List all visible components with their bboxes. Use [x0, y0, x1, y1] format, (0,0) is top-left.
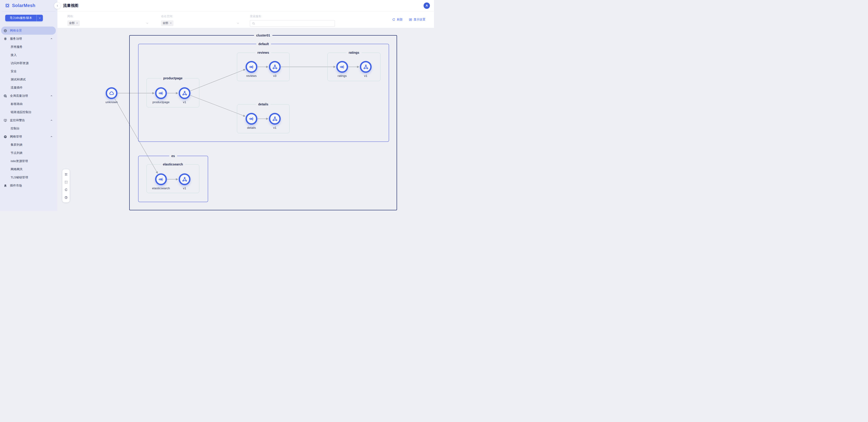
- chevron-down-icon: [146, 22, 149, 25]
- fullscreen-button[interactable]: [63, 179, 69, 185]
- chevron-up-icon: [50, 37, 53, 40]
- sidebar-item[interactable]: 链路追踪控制台: [1, 108, 56, 116]
- sidebar-item-label: 安全: [11, 69, 17, 73]
- sidebar-item[interactable]: TLS秘钥管理: [1, 173, 56, 182]
- graph-node-rv_svc[interactable]: [246, 61, 257, 73]
- sidebar-item[interactable]: 安全: [1, 67, 56, 75]
- sidebar-item-label: 流量插件: [11, 86, 23, 90]
- version-icon: [272, 116, 278, 122]
- fullscreen-icon: [64, 181, 68, 184]
- app-name: SolarMesh: [12, 3, 35, 8]
- sidebar-item-label: 控制台: [11, 126, 20, 131]
- sidebar-item[interactable]: 全局流量治理: [1, 92, 56, 100]
- sidebar-item[interactable]: ※服务治理: [1, 35, 56, 43]
- service-search-box[interactable]: [250, 20, 335, 27]
- sidebar-item[interactable]: SM网格管理: [1, 133, 56, 141]
- version-icon: [182, 90, 188, 96]
- refresh-button[interactable]: 刷新: [392, 18, 403, 22]
- sidebar-item[interactable]: istio资源管理: [1, 157, 56, 165]
- service-icon: [158, 90, 164, 96]
- sidebar-nav: 网格全景※服务治理所有服务接入访问外部资源安全测试和调试流量插件全局流量治理标签…: [0, 27, 57, 190]
- chevron-down-icon[interactable]: [37, 17, 43, 19]
- sidebar-item[interactable]: 接入: [1, 51, 56, 59]
- sidebar-item[interactable]: 所有服务: [1, 43, 56, 51]
- graph-box-label: productpage: [161, 76, 185, 80]
- graph-node-dt_v1[interactable]: [269, 113, 281, 125]
- namespace-filter-label: 命名空间:: [161, 14, 241, 19]
- import-k8s-button[interactable]: 导入k8s服务/版本: [5, 15, 43, 21]
- search-input[interactable]: [257, 22, 333, 25]
- refresh-label: 刷新: [397, 18, 403, 22]
- graph-node-dt_svc[interactable]: [246, 113, 257, 125]
- chevron-down-icon: [237, 22, 240, 25]
- graph-node-pp_v1[interactable]: [179, 87, 190, 99]
- graph-box-label: default: [256, 42, 271, 46]
- graph-node-rv_v3[interactable]: [269, 61, 281, 73]
- topology-icon: ※: [3, 37, 7, 41]
- graph-node-label: unknown: [89, 100, 134, 104]
- graph-node-es_v1[interactable]: [179, 173, 190, 185]
- graph-box-label: details: [256, 102, 271, 106]
- sidebar-item-label: 标签路由: [11, 102, 23, 106]
- cloud-icon: [108, 90, 115, 96]
- sidebar-item[interactable]: 访问外部资源: [1, 59, 56, 67]
- sidebar-item-label: 测试和调试: [11, 77, 26, 82]
- version-icon: [272, 64, 278, 70]
- puzzle-icon: [3, 184, 7, 188]
- namespace-tag-value: 全部: [162, 21, 168, 25]
- sidebar-item-label: 网格管理: [10, 135, 22, 139]
- namespace-tag: 全部 ✕: [161, 21, 174, 26]
- refresh-icon: [392, 18, 396, 21]
- sidebar-item[interactable]: 监控和警告: [1, 116, 56, 124]
- graph-box-label: elasticsearch: [160, 162, 185, 167]
- sidebar-item[interactable]: 集群列表: [1, 141, 56, 149]
- mesh-select[interactable]: 全部 ✕: [67, 20, 150, 26]
- traffic-graph-canvas[interactable]: cluster01defaultesreviewsratingsproductp…: [57, 28, 434, 211]
- sidebar-item[interactable]: 网格全景: [1, 27, 56, 35]
- graph-node-rt_v1[interactable]: [360, 61, 372, 73]
- sliders-icon: [409, 18, 412, 21]
- help-button[interactable]: [63, 195, 69, 200]
- expand-button[interactable]: [63, 171, 69, 177]
- sidebar: SolarMesh 导入k8s服务/版本 网格全景※服务治理所有服务接入访问外部…: [0, 0, 57, 211]
- graph-box-label: reviews: [255, 51, 271, 55]
- sidebar-item-label: 节点列表: [11, 151, 23, 155]
- remove-tag-icon[interactable]: ✕: [76, 22, 78, 25]
- globe-icon: [3, 29, 7, 33]
- graph-node-pp_svc[interactable]: [155, 87, 167, 99]
- reset-button[interactable]: [63, 187, 69, 192]
- sidebar-item-label: 接入: [11, 53, 17, 57]
- sidebar-collapse-button[interactable]: [54, 2, 61, 9]
- import-k8s-label: 导入k8s服务/版本: [5, 16, 36, 20]
- remove-tag-icon[interactable]: ✕: [169, 22, 172, 25]
- monitor-alert-icon: [3, 119, 7, 122]
- chevron-up-icon: [50, 119, 53, 122]
- sidebar-item-label: 集群列表: [11, 143, 23, 147]
- sm-badge-icon: SM: [3, 135, 7, 139]
- sidebar-item[interactable]: 网格网关: [1, 165, 56, 173]
- sidebar-item-label: 链路追踪控制台: [11, 110, 32, 114]
- graph-node-es_svc[interactable]: [155, 173, 167, 185]
- namespace-select[interactable]: 全部 ✕: [161, 20, 241, 26]
- sidebar-item[interactable]: 流量插件: [1, 84, 56, 92]
- sidebar-item-label: 服务治理: [10, 37, 22, 41]
- display-settings-button[interactable]: 显示设置: [409, 18, 425, 22]
- sidebar-item-label: 监控和警告: [10, 118, 25, 122]
- sidebar-item-label: 所有服务: [11, 45, 23, 49]
- sidebar-item[interactable]: 测试和调试: [1, 75, 56, 84]
- user-avatar[interactable]: A: [424, 2, 430, 9]
- expand-icon: [64, 173, 68, 176]
- chevron-up-icon: [50, 95, 53, 97]
- search-icon: [252, 22, 255, 25]
- sidebar-item[interactable]: 控制台: [1, 124, 56, 133]
- sidebar-item[interactable]: 插件市场: [1, 182, 56, 190]
- graph-node-rt_svc[interactable]: [336, 61, 348, 73]
- graph-node-unknown[interactable]: [106, 87, 118, 99]
- solarmesh-logo-icon: [5, 3, 10, 8]
- display-settings-label: 显示设置: [413, 18, 425, 22]
- page-title: 流量视图: [63, 3, 79, 8]
- sidebar-item[interactable]: 节点列表: [1, 149, 56, 157]
- sidebar-item-label: 访问外部资源: [11, 61, 29, 65]
- sidebar-item[interactable]: 标签路由: [1, 100, 56, 108]
- globe-gear-icon: [3, 94, 7, 98]
